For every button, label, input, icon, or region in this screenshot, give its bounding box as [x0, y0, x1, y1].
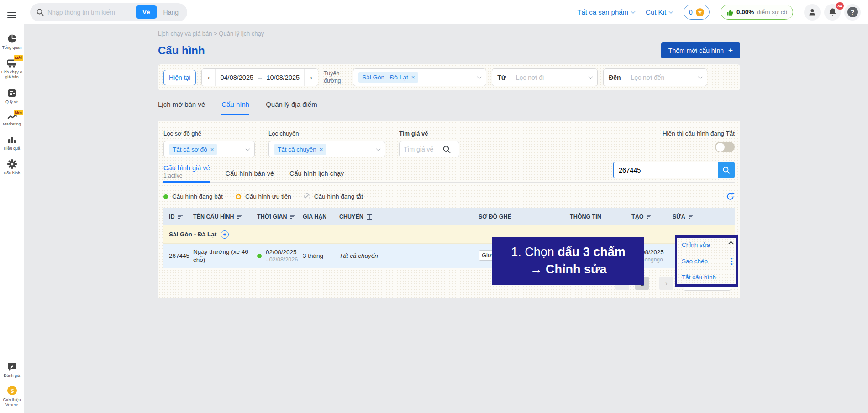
sidebar-item-label: Giới thiệu Vexere [0, 397, 24, 408]
pagination: ‹ 1 › 100 / trang [163, 276, 735, 291]
tab-lich-mo-ban-ve[interactable]: Lịch mở bán vé [158, 100, 205, 115]
seatmap-tag: Tất cả sơ đồ × [169, 144, 217, 155]
table-header-row: ID TÊN CẤU HÌNH THỜI GIAN GIA HẠN [163, 208, 735, 225]
sidebar-item-marketing[interactable]: Mới Marketing [0, 113, 24, 127]
sidebar-item-danh-gia[interactable]: Đánh giá [0, 362, 24, 378]
config-subtabs: Cấu hình giá vé 1 active Cấu hình bán vé… [163, 164, 735, 183]
cell-time-start: 02/08/2025 [266, 249, 298, 256]
trip-select[interactable]: Tất cả chuyến × [268, 141, 385, 157]
close-icon[interactable]: × [210, 146, 214, 153]
route-select[interactable]: Sài Gòn - Đà Lạt × [353, 68, 486, 86]
sort-icon [178, 214, 183, 219]
from-label: Từ [492, 69, 511, 86]
menu-item-tat-cau-hinh[interactable]: Tắt cấu hình [682, 274, 731, 281]
config-search-button[interactable] [718, 162, 735, 178]
cell-created-date: 08/2025 [642, 249, 673, 256]
sidebar-nav: Tổng quan Mới Lịch chạy & giá bán Q.lý v… [0, 34, 24, 176]
account-button[interactable] [804, 4, 821, 21]
sidebar-item-gioi-thieu[interactable]: $ Giới thiệu Vexere [0, 385, 24, 408]
subtab-cau-hinh-gia-ve[interactable]: Cấu hình giá vé 1 active [163, 164, 210, 183]
header-so-do-ghe[interactable]: SƠ ĐỒ GHẾ [479, 214, 570, 220]
sidebar-item-cau-hinh[interactable]: Cấu hình [0, 159, 24, 176]
current-period-button[interactable]: Hiện tại [163, 70, 196, 85]
header-gia-han[interactable]: GIA HẠN [303, 214, 339, 220]
subtab-cau-hinh-ban-ve[interactable]: Cấu hình bán vé [226, 170, 274, 182]
sidebar-item-tong-quan[interactable]: Tổng quan [0, 34, 24, 50]
search-icon[interactable] [443, 146, 451, 153]
dollar-coin-icon: $ [7, 385, 17, 396]
mode-hang-button[interactable]: Hàng [157, 5, 185, 19]
notifications-button[interactable]: 34 [824, 4, 841, 21]
menu-item-chinh-sua[interactable]: Chỉnh sửa [682, 241, 731, 248]
hamburger-menu-icon[interactable] [7, 10, 16, 20]
header-chuyen[interactable]: CHUYẾN [339, 214, 479, 220]
price-search-input[interactable] [404, 146, 443, 153]
three-dots-icon[interactable]: ⋮ [728, 256, 736, 266]
search-icon [723, 167, 730, 174]
sidebar: Tổng quan Mới Lịch chạy & giá bán Q.lý v… [0, 0, 24, 413]
show-off-configs-toggle[interactable] [715, 142, 735, 152]
page-title: Cấu hình [158, 44, 205, 57]
sidebar-item-hieu-qua[interactable]: Hiệu quả [0, 136, 24, 151]
subtab-cau-hinh-lich-chay[interactable]: Cấu hình lịch chạy [289, 170, 344, 182]
tab-cau-hinh[interactable]: Cấu hình [221, 100, 249, 115]
header-ten-cau-hinh[interactable]: TÊN CẤU HÌNH [193, 214, 257, 220]
sidebar-item-qly-ve[interactable]: Q.lý vé [0, 89, 24, 105]
gear-icon [7, 159, 17, 169]
search-input[interactable] [47, 9, 130, 16]
column-filter-icon [367, 214, 372, 220]
header-thoi-gian[interactable]: THỜI GIAN [257, 214, 303, 220]
bell-icon [828, 8, 837, 17]
add-circle-icon[interactable]: + [221, 230, 229, 239]
from-select[interactable]: Từ Lọc nơi đi [492, 68, 598, 86]
date-range[interactable]: 04/08/2025 → 10/08/2025 [216, 74, 304, 81]
header-thong-tin[interactable]: THÔNG TIN [570, 214, 631, 220]
next-week-button[interactable]: › [304, 69, 318, 86]
legend-off: Cấu hình đang tắt [304, 193, 363, 200]
config-table-row[interactable]: 267445 Ngày thường (xe 46 chỗ) 02/08/202… [163, 244, 735, 268]
status-legend: Cấu hình đang bật Cấu hình ưu tiên Cấu h… [163, 192, 735, 201]
menu-item-sao-chep[interactable]: Sao chép [682, 258, 731, 265]
header-sua[interactable]: SỬA [673, 214, 735, 220]
sidebar-item-label: Marketing [3, 122, 21, 127]
chevron-down-icon [698, 74, 703, 79]
close-icon[interactable]: × [411, 74, 415, 81]
header-tao[interactable]: TẠO [631, 214, 673, 220]
mode-ve-button[interactable]: Vé [136, 5, 157, 19]
sidebar-item-lich-chay[interactable]: Mới Lịch chạy & giá bán [0, 58, 24, 80]
prev-week-button[interactable]: ‹ [202, 69, 216, 86]
chevron-down-icon [376, 146, 381, 151]
tab-quan-ly-dia-diem[interactable]: Quản lý địa điểm [266, 100, 317, 115]
svg-text:$: $ [10, 387, 14, 394]
cell-renewal: 3 tháng [303, 252, 339, 259]
sidebar-item-label: Hiệu quả [4, 146, 20, 151]
help-button[interactable]: ? [844, 4, 861, 21]
kit-dropdown[interactable]: Cút Kit [646, 8, 673, 16]
star-points-pill[interactable]: 0 ★ [684, 5, 710, 20]
chevron-down-icon [669, 9, 673, 14]
add-config-button[interactable]: Thêm mới cấu hình + [661, 42, 740, 58]
cell-created-by: hongngo... [642, 256, 673, 263]
incident-score-pill[interactable]: 0.00% điểm sự cố [721, 5, 793, 20]
refresh-button[interactable] [726, 192, 735, 201]
date-from: 04/08/2025 [220, 74, 253, 81]
annotation-bold-text: dấu 3 chấm [558, 245, 626, 259]
review-bubble-icon [7, 362, 16, 371]
close-icon[interactable]: × [320, 146, 323, 153]
question-mark-icon: ? [847, 7, 858, 17]
next-page-button[interactable]: › [659, 277, 673, 290]
config-search-input[interactable] [613, 162, 718, 178]
plus-icon: + [728, 47, 733, 54]
seatmap-select[interactable]: Tất cả sơ đồ × [163, 141, 255, 157]
header-id[interactable]: ID [163, 214, 193, 220]
chevron-down-icon [631, 9, 636, 14]
product-filter-dropdown[interactable]: Tất cả sản phẩm [577, 8, 635, 16]
thumbs-up-icon [726, 9, 734, 16]
active-count: 1 active [163, 173, 210, 179]
to-select[interactable]: Đến Lọc nơi đến [603, 68, 707, 86]
breadcrumb: Lịch chạy và giá bán > Quản lý lịch chạy [158, 30, 740, 37]
green-dot-icon [163, 194, 168, 199]
user-icon [808, 8, 817, 17]
star-icon: ★ [696, 8, 704, 16]
chevron-down-icon [589, 74, 593, 79]
